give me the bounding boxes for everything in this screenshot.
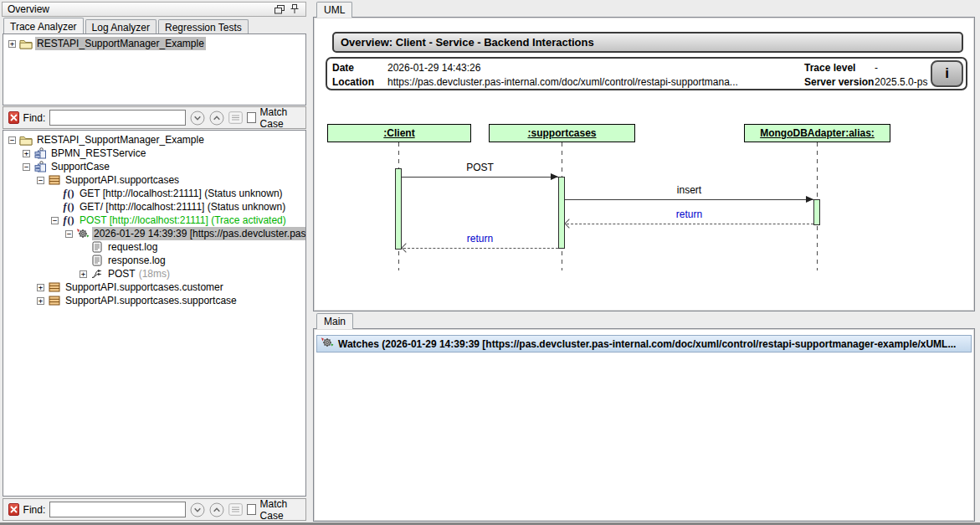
tree-row[interactable]: −SupportCase: [3, 160, 305, 173]
tree-label: POST [http://localhost:21111] (Trace act…: [78, 214, 288, 227]
tree-row[interactable]: −SupportAPI.supportcases: [3, 173, 305, 187]
gear-icon: [76, 228, 90, 239]
component-icon: [33, 147, 47, 159]
find-label: Find:: [23, 112, 46, 124]
info-button[interactable]: i: [931, 60, 963, 87]
tree-label: response.log: [106, 254, 167, 267]
fork-icon: [90, 269, 104, 279]
tab-main[interactable]: Main: [316, 313, 353, 329]
tree-label: BPMN_RESTService: [49, 147, 147, 160]
tab-uml[interactable]: UML: [316, 2, 352, 18]
overview-panel-title: Overview: [8, 3, 49, 15]
duration-badge: (18ms): [137, 268, 170, 280]
fn-icon: f(): [62, 188, 75, 200]
message-line-return-2: [403, 248, 558, 249]
tree-label: request.log: [106, 240, 159, 254]
tree-row[interactable]: +SupportAPI.supportcases.customer: [3, 281, 305, 294]
highlight-all-button[interactable]: [228, 502, 243, 517]
tree-label: SupportAPI.supportcases: [64, 173, 181, 187]
match-case-checkbox[interactable]: [247, 504, 255, 515]
tree-row[interactable]: +POST(18ms): [3, 267, 305, 281]
tree-row[interactable]: response.log: [3, 254, 305, 267]
expand-icon[interactable]: +: [37, 297, 44, 305]
find-input[interactable]: [49, 110, 186, 126]
tab-log-analyzer[interactable]: Log Analyzer: [85, 19, 156, 33]
lifeline-head-supportcases: :supportcases: [489, 124, 635, 142]
collapse-icon[interactable]: −: [8, 136, 16, 144]
expand-icon[interactable]: +: [8, 40, 16, 48]
diagram-title: Overview: Client - Service - Backend Int…: [332, 32, 963, 53]
tree-row[interactable]: −2026-01-29 14:39:39 [https://pas.devclu…: [3, 227, 305, 240]
port-icon: [48, 296, 61, 306]
arrowhead-return-2: [401, 243, 410, 252]
tree-label: POST: [106, 267, 137, 281]
tree-label: RESTAPI_SupportManager_Example: [35, 133, 206, 147]
fn-icon: f(): [62, 201, 75, 214]
tree-row[interactable]: +BPMN_RESTService: [3, 147, 305, 160]
find-input[interactable]: [49, 502, 186, 517]
port-icon: [48, 282, 61, 292]
watches-title: Watches (2026-01-29 14:39:39 [https://pa…: [338, 338, 956, 350]
lifeline-head-mongodbadapter: MongoDBAdapter:alias:: [744, 124, 890, 142]
overview-panel-titlebar: Overview: [2, 2, 306, 17]
find-bar-top: Find:Match Case: [3, 106, 306, 129]
lifeline-head-client: :Client: [327, 124, 471, 142]
match-case-checkbox[interactable]: [247, 112, 255, 123]
pin-panel-button[interactable]: [287, 3, 302, 16]
tab-regression-tests[interactable]: Regression Tests: [158, 19, 249, 33]
tab-trace-analyzer[interactable]: Trace Analyzer: [3, 18, 84, 33]
tree-row[interactable]: f()GET [http://localhost:21111] (Status …: [3, 187, 305, 200]
find-label: Find:: [23, 504, 46, 516]
message-line-return-1: [567, 224, 813, 224]
message-line-insert: [565, 199, 813, 200]
message-label-return-1: return: [565, 208, 813, 220]
tree-row[interactable]: request.log: [3, 240, 305, 254]
expand-icon[interactable]: +: [37, 284, 44, 291]
tree-row[interactable]: f()GET/ [http://localhost:21111] (Status…: [3, 200, 305, 214]
collapse-icon[interactable]: −: [65, 230, 73, 238]
tree-label: SupportCase: [49, 160, 111, 173]
activation-bar-mongodbadapter: [813, 199, 820, 225]
watches-header[interactable]: Watches (2026-01-29 14:39:39 [https://pa…: [316, 335, 972, 353]
tree-label: RESTAPI_SupportManager_Example: [35, 37, 206, 50]
message-line-post: [402, 177, 558, 178]
server-version-label: Server version: [804, 76, 874, 88]
find-previous-button[interactable]: [209, 111, 224, 126]
doc-icon: [90, 255, 104, 266]
trace-info-box: Date 2026-01-29 14:43:26 Location https:…: [326, 57, 967, 90]
close-find-button[interactable]: [8, 503, 19, 516]
match-case-label: Match Case: [260, 498, 300, 522]
collapse-icon[interactable]: −: [23, 163, 30, 171]
expand-icon[interactable]: +: [80, 270, 87, 278]
tree-label: GET/ [http://localhost:21111] (Status un…: [78, 200, 287, 214]
tree-row[interactable]: +RESTAPI_SupportManager_Example: [3, 37, 305, 50]
find-next-button[interactable]: [190, 502, 205, 517]
highlight-all-button[interactable]: [228, 111, 243, 126]
message-label-post: POST: [402, 162, 558, 173]
folder-icon: [19, 39, 33, 49]
collapse-icon[interactable]: −: [37, 177, 44, 184]
tab-main-label: Main: [324, 316, 346, 327]
port-icon: [48, 175, 61, 185]
location-value: https://pas.devcluster.pas-internal.com/…: [387, 76, 738, 88]
left-tab-bar: Trace AnalyzerLog AnalyzerRegression Tes…: [3, 18, 306, 33]
tree-row[interactable]: −f()POST [http://localhost:21111] (Trace…: [3, 214, 305, 227]
trace-tree: −RESTAPI_SupportManager_Example+BPMN_RES…: [3, 130, 306, 497]
tree-row[interactable]: −RESTAPI_SupportManager_Example: [3, 133, 305, 147]
arrowhead-post: [551, 173, 558, 180]
trace-gear-icon: [321, 337, 334, 351]
match-case-label: Match Case: [260, 106, 300, 130]
close-find-button[interactable]: [8, 111, 19, 124]
collapse-icon[interactable]: −: [51, 217, 59, 224]
watches-panel: Watches (2026-01-29 14:39:39 [https://pa…: [313, 328, 975, 522]
message-label-return-2: return: [402, 233, 558, 244]
trace-level-value: -: [875, 62, 878, 74]
expand-icon[interactable]: +: [23, 150, 30, 157]
tree-row[interactable]: +SupportAPI.supportcases.supportcase: [3, 294, 305, 307]
trace-level-label: Trace level: [804, 62, 855, 74]
arrowhead-insert: [806, 196, 813, 203]
find-previous-button[interactable]: [209, 502, 224, 517]
tab-uml-label: UML: [324, 4, 345, 16]
find-next-button[interactable]: [190, 111, 205, 126]
float-window-button[interactable]: [272, 3, 287, 16]
